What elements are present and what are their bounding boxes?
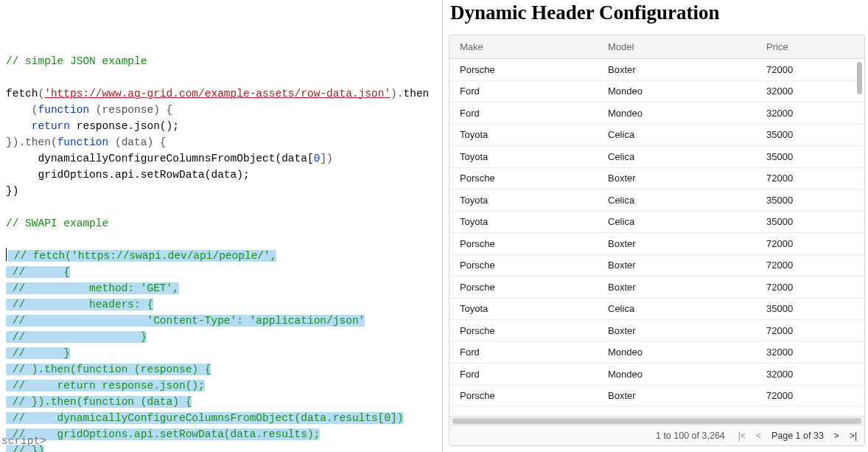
cell-price: 32000 [766, 86, 864, 97]
cell-make: Porsche [449, 325, 608, 336]
cell-price: 35000 [766, 216, 864, 227]
cell-make: Porsche [449, 64, 608, 75]
table-row[interactable]: PorscheBoxter72000 [449, 59, 864, 81]
cell-model: Celica [608, 151, 766, 162]
cell-model: Boxter [608, 282, 766, 293]
cell-make: Toyota [449, 151, 608, 162]
column-header-price[interactable]: Price [766, 41, 855, 52]
cell-model: Boxter [608, 260, 766, 271]
cell-price: 72000 [766, 173, 864, 184]
cell-make: Toyota [449, 303, 608, 314]
table-row[interactable]: FordMondeo32000 [449, 364, 864, 386]
table-row[interactable]: ToyotaCelica35000 [449, 299, 864, 321]
cell-make: Toyota [449, 216, 608, 227]
table-row[interactable]: PorscheBoxter72000 [449, 168, 864, 190]
horizontal-scrollbar-track[interactable] [449, 416, 864, 425]
code-line[interactable]: // simple JSON example [3, 53, 439, 69]
code-line[interactable]: }).then(function (data) { [3, 134, 439, 150]
grid-body[interactable]: PorscheBoxter72000FordMondeo32000FordMon… [449, 59, 864, 416]
code-line[interactable]: // method: 'GET', [3, 280, 439, 296]
cell-model: Celica [608, 216, 766, 227]
code-line[interactable]: // gridOptions.api.setRowData(data.resul… [3, 426, 439, 442]
table-row[interactable]: FordMondeo32000 [449, 81, 864, 103]
cell-price: 35000 [766, 195, 864, 206]
cell-price: 72000 [766, 238, 864, 249]
code-line[interactable]: dynamicallyConfigureColumnsFromObject(da… [3, 150, 439, 167]
code-line[interactable]: // } [3, 329, 439, 345]
code-line[interactable]: return response.json(); [3, 118, 439, 134]
column-header-make[interactable]: Make [449, 41, 608, 52]
cell-price: 72000 [766, 260, 864, 271]
cell-make: Ford [449, 369, 608, 380]
data-grid[interactable]: Make Model Price PorscheBoxter72000FordM… [449, 35, 865, 446]
pager-next-icon[interactable]: > [834, 431, 839, 441]
cell-make: Porsche [449, 282, 608, 293]
code-line[interactable]: // SWAPI example [3, 215, 439, 232]
code-line[interactable] [3, 199, 439, 215]
code-line[interactable]: // } [3, 345, 439, 361]
code-line[interactable]: // 'Content-Type': 'application/json' [3, 313, 439, 329]
cell-model: Celica [608, 303, 766, 314]
code-line[interactable]: // dynamicallyConfigureColumnsFromObject… [3, 410, 439, 426]
table-row[interactable]: PorscheBoxter72000 [449, 277, 864, 299]
code-line[interactable]: (function (response) { [3, 102, 439, 118]
vertical-scrollbar[interactable] [857, 62, 862, 94]
cell-price: 72000 [766, 325, 864, 336]
grid-header-row: Make Model Price [449, 35, 864, 59]
cell-price: 32000 [766, 369, 864, 380]
table-row[interactable]: PorscheBoxter72000 [449, 320, 864, 342]
code-line[interactable]: // }).then(function (data) { [3, 394, 439, 410]
grid-footer: 1 to 100 of 3,264 |< < Page 1 of 33 > >| [449, 425, 864, 445]
code-editor[interactable]: // simple JSON example fetch('https://ww… [0, 0, 443, 452]
table-row[interactable]: FordMondeo32000 [449, 102, 864, 125]
preview-pane: Dynamic Header Configuration Make Model … [443, 0, 868, 452]
closing-tag-hint: script> [0, 433, 48, 452]
table-row[interactable]: ToyotaCelica35000 [449, 190, 864, 212]
code-line[interactable]: // }) [3, 442, 439, 452]
cell-model: Mondeo [608, 86, 766, 97]
cell-model: Boxter [608, 325, 766, 336]
pager-last-icon[interactable]: >| [850, 431, 857, 441]
cell-model: Celica [608, 195, 766, 206]
code-line[interactable] [3, 69, 439, 86]
code-line[interactable]: fetch('https://www.ag-grid.com/example-a… [3, 86, 439, 102]
cell-price: 35000 [766, 151, 864, 162]
code-line[interactable]: // return response.json(); [3, 378, 439, 394]
cell-make: Porsche [449, 173, 608, 184]
cell-model: Boxter [608, 64, 766, 75]
cell-make: Toyota [449, 195, 608, 206]
row-range-label: 1 to 100 of 3,264 [656, 431, 725, 441]
cell-price: 72000 [766, 282, 864, 293]
table-row[interactable]: ToyotaCelica35000 [449, 146, 864, 168]
code-line[interactable] [3, 37, 439, 53]
table-row[interactable]: PorscheBoxter72000 [449, 255, 864, 277]
code-line[interactable]: // headers: { [3, 296, 439, 313]
code-line[interactable]: // { [3, 264, 439, 280]
pager-first-icon[interactable]: |< [738, 431, 746, 441]
cell-make: Ford [449, 108, 608, 119]
table-row[interactable]: PorscheBoxter72000 [449, 386, 864, 408]
cell-make: Porsche [449, 390, 608, 401]
table-row[interactable]: ToyotaCelica35000 [449, 212, 864, 234]
pager-page-label: Page 1 of 33 [771, 431, 824, 441]
pager-prev-icon[interactable]: < [756, 431, 761, 441]
code-line[interactable]: // ).then(function (response) { [3, 361, 439, 378]
cell-model: Mondeo [608, 108, 766, 119]
cell-make: Porsche [449, 260, 608, 271]
code-line[interactable]: gridOptions.api.setRowData(data); [3, 167, 439, 183]
cell-price: 35000 [766, 129, 864, 140]
horizontal-scrollbar-thumb[interactable] [452, 418, 861, 424]
cell-price: 35000 [766, 303, 864, 314]
code-line[interactable]: // fetch('https://swapi.dev/api/people/'… [3, 248, 439, 264]
cell-make: Porsche [449, 238, 608, 249]
pager: |< < Page 1 of 33 > >| [738, 431, 857, 441]
code-line[interactable]: }) [3, 183, 439, 199]
cell-model: Boxter [608, 173, 766, 184]
table-row[interactable]: ToyotaCelica35000 [449, 125, 864, 147]
cell-price: 32000 [766, 347, 864, 358]
cell-model: Boxter [608, 238, 766, 249]
table-row[interactable]: PorscheBoxter72000 [449, 233, 864, 255]
table-row[interactable]: FordMondeo32000 [449, 342, 864, 364]
column-header-model[interactable]: Model [608, 41, 766, 52]
code-line[interactable] [3, 232, 439, 248]
